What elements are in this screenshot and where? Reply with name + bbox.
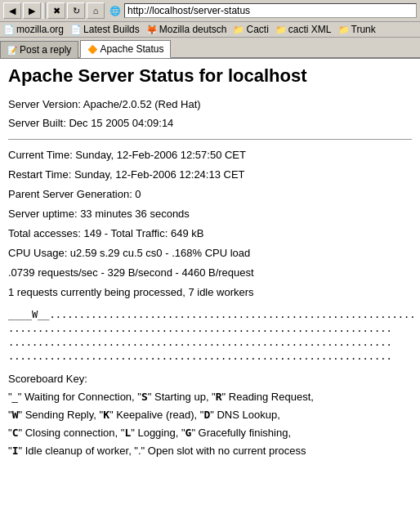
bookmark-icon: 📄 <box>70 25 82 35</box>
status-section: Current Time: Sunday, 12-Feb-2006 12:57:… <box>8 146 412 302</box>
page-content: Apache Server Status for localhost Serve… <box>0 59 420 467</box>
scoreboard-line1: ____W__.................................… <box>8 308 412 322</box>
current-time: Current Time: Sunday, 12-Feb-2006 12:57:… <box>8 146 412 164</box>
d-char: D <box>203 409 210 421</box>
server-version: Server Version: Apache/2.0.52 (Red Hat) <box>8 96 412 114</box>
apache-status-tab[interactable]: 🔶 Apache Status <box>80 40 171 58</box>
tab-icon: 🔶 <box>87 45 97 54</box>
post-reply-tab[interactable]: 📝 Post a reply <box>0 41 78 58</box>
bookmark-icon: 📁 <box>275 25 287 35</box>
bookmark-icon: 📁 <box>233 25 244 35</box>
total-accesses: Total accesses: 149 - Total Traffic: 649… <box>8 225 412 243</box>
server-info: Server Version: Apache/2.0.52 (Red Hat) … <box>8 96 412 132</box>
nav-separator <box>42 2 46 19</box>
mozilla-bookmark[interactable]: 📄 mozilla.org <box>3 24 64 35</box>
tab-icon: 📝 <box>7 46 17 55</box>
scoreboard-key: Scoreboard Key: "_" Waiting for Connecti… <box>8 370 412 460</box>
back-button[interactable]: ◀ <box>3 2 21 19</box>
bookmark-icon: 📄 <box>3 25 15 35</box>
cacti-bookmark[interactable]: 📁 Cacti <box>233 24 268 35</box>
bookmark-label: cacti XML <box>288 24 332 35</box>
parent-server: Parent Server Generation: 0 <box>8 186 412 203</box>
bookmark-label: Cacti <box>246 24 268 35</box>
scoreboard-line4: ........................................… <box>8 350 412 364</box>
key-sending: "W" Sending Reply, "K" Keepalive (read),… <box>8 406 412 424</box>
page-icon: 🌐 <box>109 6 121 16</box>
s-char: S <box>141 391 148 403</box>
mozilla-deutsch-bookmark[interactable]: 🦊 Mozilla deutsch <box>146 24 227 35</box>
k-char: K <box>103 409 109 421</box>
cacti-xml-bookmark[interactable]: 📁 cacti XML <box>275 24 332 35</box>
tab-label: Apache Status <box>100 43 163 55</box>
scoreboard-line2: ........................................… <box>8 322 412 336</box>
bookmark-icon: 📁 <box>338 25 350 35</box>
bookmark-label: mozilla.org <box>16 24 64 35</box>
address-bar: 🌐 <box>109 3 417 18</box>
i-char: I <box>12 445 19 457</box>
c-char: C <box>12 427 19 439</box>
latest-builds-bookmark[interactable]: 📄 Latest Builds <box>70 24 140 35</box>
browser-toolbar: ◀ ▶ ✖ ↻ ⌂ 🌐 <box>0 0 420 22</box>
page-title: Apache Server Status for localhost <box>8 65 412 87</box>
divider <box>8 139 412 140</box>
w-char: W <box>12 409 19 421</box>
cpu-usage: CPU Usage: u2.59 s.29 cu.5 cs0 - .168% C… <box>8 244 412 262</box>
bookmark-label: Mozilla deutsch <box>159 24 227 35</box>
r-char: R <box>216 391 222 403</box>
key-closing: "C" Closing connection, "L" Logging, "G"… <box>8 424 412 442</box>
address-input[interactable] <box>124 3 417 18</box>
workers: 1 requests currently being processed, 7 … <box>8 284 412 302</box>
tabs-bar: 📝 Post a reply 🔶 Apache Status <box>0 38 420 59</box>
scoreboard-key-title: Scoreboard Key: <box>8 370 412 388</box>
refresh-button[interactable]: ↻ <box>67 2 85 19</box>
bookmark-label: Trunk <box>351 24 376 35</box>
bookmark-label: Latest Builds <box>83 24 140 35</box>
requests-sec: .0739 requests/sec - 329 B/second - 4460… <box>8 264 412 282</box>
l-char: L <box>124 427 131 439</box>
stop-button[interactable]: ✖ <box>47 2 65 19</box>
bookmarks-bar: 📄 mozilla.org 📄 Latest Builds 🦊 Mozilla … <box>0 22 420 38</box>
uptime: Server uptime: 33 minutes 36 seconds <box>8 205 412 223</box>
trunk-bookmark[interactable]: 📁 Trunk <box>338 24 376 35</box>
scoreboard-section: ____W__.................................… <box>8 308 412 363</box>
tab-label: Post a reply <box>20 44 71 56</box>
g-char: G <box>185 427 192 439</box>
forward-button[interactable]: ▶ <box>23 2 41 19</box>
scoreboard-line3: ........................................… <box>8 336 412 350</box>
restart-time: Restart Time: Sunday, 12-Feb-2006 12:24:… <box>8 166 412 184</box>
key-idle: "I" Idle cleanup of worker, "." Open slo… <box>8 442 412 460</box>
key-waiting: "_" Waiting for Connection, "S" Starting… <box>8 388 412 406</box>
server-built: Server Built: Dec 15 2005 04:09:14 <box>8 115 412 132</box>
bookmark-icon: 🦊 <box>146 25 158 35</box>
home-button[interactable]: ⌂ <box>87 2 105 19</box>
